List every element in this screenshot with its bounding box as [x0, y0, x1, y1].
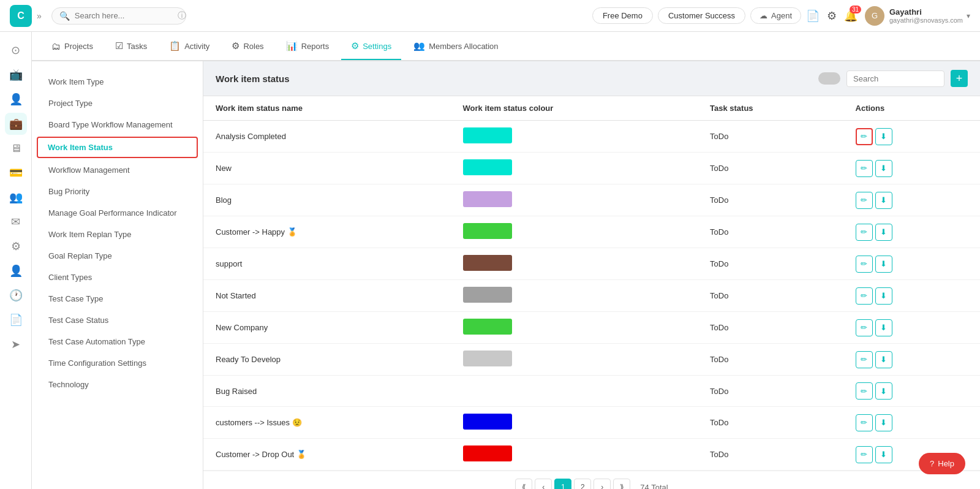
table-row: Customer -> Happy 🏅ToDo✏⬇	[203, 216, 980, 248]
menu-item-work-item-replan[interactable]: Work Item Replan Type	[32, 224, 203, 245]
delete-button[interactable]: ⬇	[875, 319, 892, 336]
customer-success-button[interactable]: Customer Success	[658, 7, 745, 24]
menu-item-client-types[interactable]: Client Types	[32, 267, 203, 288]
cell-actions: ✏⬇	[843, 407, 980, 439]
cell-actions: ✏⬇	[843, 376, 980, 407]
menu-item-bug-priority[interactable]: Bug Priority	[32, 181, 203, 202]
cell-task-status: ToDo	[698, 376, 843, 407]
page-prev-button[interactable]: ‹	[535, 479, 552, 489]
sidebar-icon-gear[interactable]: ⚙	[5, 235, 27, 257]
edit-button[interactable]: ✏	[856, 160, 873, 177]
sidebar-icon-team[interactable]: 👥	[5, 186, 27, 208]
cell-status-name: Customer -> Happy 🏅	[203, 216, 451, 248]
panel-header-actions: +	[818, 70, 968, 87]
edit-button[interactable]: ✏	[856, 287, 873, 305]
edit-button[interactable]: ✏	[856, 192, 873, 209]
sidebar-icon-person[interactable]: 👤	[5, 88, 27, 110]
projects-icon: 🗂	[51, 41, 61, 51]
cell-status-color	[451, 121, 698, 153]
delete-button[interactable]: ⬇	[875, 128, 892, 145]
delete-button[interactable]: ⬇	[875, 351, 892, 368]
sidebar-icon-monitor[interactable]: 🖥	[5, 137, 27, 159]
menu-item-test-case-type[interactable]: Test Case Type	[32, 288, 203, 309]
page-first-button[interactable]: ⟪	[515, 479, 532, 489]
menu-item-project-type[interactable]: Project Type	[32, 93, 203, 114]
tab-projects[interactable]: 🗂 Projects	[42, 34, 103, 60]
menu-item-time-config[interactable]: Time Configuration Settings	[32, 352, 203, 374]
settings-icon[interactable]: ⚙	[827, 9, 837, 23]
main-content: Work Item Type Project Type Board Type W…	[32, 61, 980, 489]
delete-button[interactable]: ⬇	[875, 414, 892, 431]
tab-settings[interactable]: ⚙ Settings	[341, 33, 401, 60]
document-icon[interactable]: 📄	[806, 9, 820, 23]
sidebar-icon-card[interactable]: 💳	[5, 162, 27, 184]
sidebar-icon-home[interactable]: ⊙	[5, 39, 27, 61]
delete-button[interactable]: ⬇	[875, 256, 892, 273]
toggle-switch[interactable]	[818, 72, 840, 85]
edit-button[interactable]: ✏	[856, 446, 873, 463]
tab-activity[interactable]: 📋 Activity	[159, 33, 219, 60]
sidebar-icon-mail[interactable]: ✉	[5, 211, 27, 233]
delete-button[interactable]: ⬇	[875, 446, 892, 463]
tab-roles[interactable]: ⚙ Roles	[222, 33, 273, 60]
color-chip	[463, 223, 512, 239]
tab-members[interactable]: 👥 Members Allocation	[404, 33, 508, 60]
color-chip	[463, 127, 512, 143]
table-row: BlogToDo✏⬇	[203, 184, 980, 216]
delete-button[interactable]: ⬇	[875, 160, 892, 177]
help-button[interactable]: ? Help	[919, 453, 965, 474]
sidebar-icon-briefcase[interactable]: 💼	[5, 113, 27, 135]
sidebar: ⊙ 📺 👤 💼 🖥 💳 👥 ✉ ⚙ 👤 🕐 📄 ➤	[0, 32, 32, 489]
menu-item-workflow-management[interactable]: Workflow Management	[32, 159, 203, 181]
tab-reports[interactable]: 📊 Reports	[276, 33, 339, 60]
menu-item-board-type-workflow[interactable]: Board Type Workflow Management	[32, 114, 203, 135]
page-last-button[interactable]: ⟫	[613, 479, 630, 489]
page-2-button[interactable]: 2	[574, 479, 591, 489]
sidebar-icon-clock[interactable]: 🕐	[5, 284, 27, 306]
menu-item-technology[interactable]: Technology	[32, 374, 203, 395]
page-next-button[interactable]: ›	[594, 479, 611, 489]
menu-item-work-item-status[interactable]: Work Item Status	[37, 137, 198, 158]
agent-icon: ☁	[760, 11, 767, 20]
cell-task-status: ToDo	[698, 248, 843, 280]
sidebar-icon-user2[interactable]: 👤	[5, 260, 27, 282]
panel-search-input[interactable]	[846, 70, 944, 87]
cell-status-name: Not Started	[203, 280, 451, 312]
color-chip	[463, 319, 512, 335]
edit-button[interactable]: ✏	[856, 224, 873, 241]
delete-button[interactable]: ⬇	[875, 192, 892, 209]
sidebar-icon-tv[interactable]: 📺	[5, 64, 27, 86]
notification-icon[interactable]: 🔔31	[844, 9, 858, 23]
search-input[interactable]	[75, 11, 173, 20]
delete-button[interactable]: ⬇	[875, 287, 892, 305]
user-menu[interactable]: G Gayathri gayathri@snovasys.com ▾	[865, 6, 970, 26]
add-button[interactable]: +	[951, 70, 968, 87]
sidebar-icon-send[interactable]: ➤	[5, 333, 27, 355]
sidebar-expand-icon[interactable]: »	[37, 11, 42, 21]
edit-button[interactable]: ✏	[856, 319, 873, 336]
page-1-button[interactable]: 1	[554, 479, 571, 489]
cell-status-color	[451, 312, 698, 344]
agent-button[interactable]: ☁ Agent	[750, 7, 801, 24]
cell-status-name: support	[203, 248, 451, 280]
menu-item-test-case-automation[interactable]: Test Case Automation Type	[32, 331, 203, 352]
delete-button[interactable]: ⬇	[875, 224, 892, 241]
cell-actions: ✏⬇	[843, 121, 980, 153]
cell-task-status: ToDo	[698, 280, 843, 312]
free-demo-button[interactable]: Free Demo	[592, 7, 653, 24]
edit-button[interactable]: ✏	[856, 351, 873, 368]
menu-item-work-item-type[interactable]: Work Item Type	[32, 71, 203, 93]
menu-item-goal-replan[interactable]: Goal Replan Type	[32, 245, 203, 267]
cell-actions: ✏⬇	[843, 216, 980, 248]
edit-button[interactable]: ✏	[856, 128, 873, 145]
search-bar[interactable]: 🔍 ⓘ	[51, 7, 186, 25]
cell-task-status: ToDo	[698, 344, 843, 376]
menu-item-test-case-status[interactable]: Test Case Status	[32, 309, 203, 331]
sidebar-icon-doc[interactable]: 📄	[5, 309, 27, 331]
tab-tasks[interactable]: ☑ Tasks	[105, 33, 157, 60]
menu-item-manage-goal[interactable]: Manage Goal Performance Indicator	[32, 202, 203, 224]
edit-button[interactable]: ✏	[856, 382, 873, 400]
edit-button[interactable]: ✏	[856, 256, 873, 273]
delete-button[interactable]: ⬇	[875, 382, 892, 400]
edit-button[interactable]: ✏	[856, 414, 873, 431]
